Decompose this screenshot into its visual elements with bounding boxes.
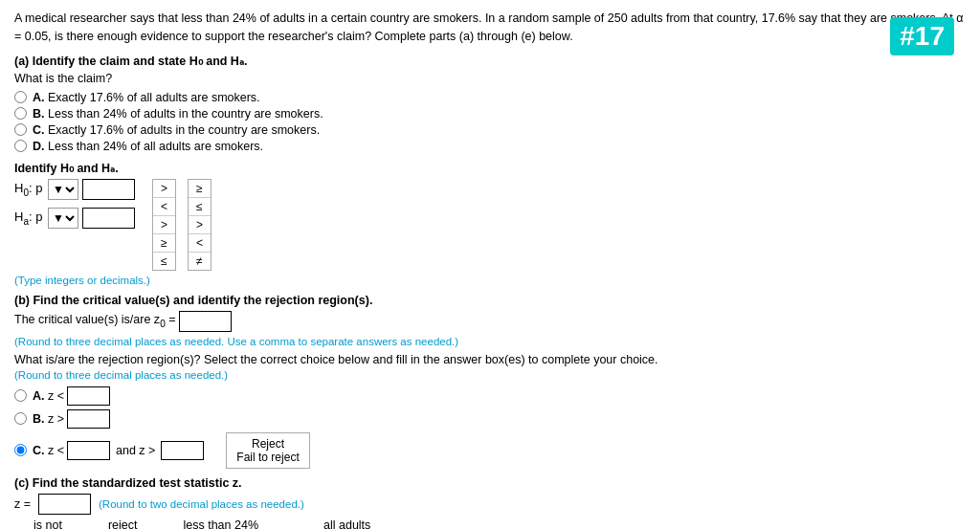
option-c: C. Exactly 17.6% of adults in the countr…: [14, 123, 966, 137]
problem-statement: A medical researcher says that less than…: [14, 10, 966, 46]
identify-hyp-label: Identify H₀ and Hₐ.: [14, 161, 966, 175]
rejection-b-input[interactable]: [67, 409, 110, 429]
ha-operator-select[interactable]: ▼ > < = ≥ ≤: [48, 208, 78, 229]
part-a-label: (a) Identify the claim and state H₀ and …: [14, 54, 966, 68]
rejection-c-radio[interactable]: [14, 444, 27, 456]
fail-to-reject-label: Fail to reject: [236, 451, 299, 464]
rejection-c-label: C. z <: [33, 444, 64, 457]
ha-value-input[interactable]: [82, 208, 135, 229]
option-a-radio[interactable]: [14, 91, 27, 103]
z-value-input[interactable]: [38, 494, 91, 515]
all-adults-annotation: all adults: [323, 518, 370, 530]
reject-label: Reject: [236, 437, 299, 451]
option-d-label: D. Less than 24% of all adults are smoke…: [33, 140, 263, 153]
rejection-c-and: and z >: [116, 444, 155, 457]
h0-operator-select[interactable]: ▼ > < = ≥ ≤: [48, 179, 78, 200]
rejection-c-input1[interactable]: [67, 441, 110, 460]
is-not-label-annotation: is not: [33, 518, 62, 530]
rejection-a-input[interactable]: [67, 386, 110, 406]
rejection-question: What is/are the rejection region(s)? Sel…: [14, 353, 966, 366]
reject-box: Reject Fail to reject: [226, 432, 309, 469]
h0-value-input[interactable]: [82, 179, 135, 200]
option-d: D. Less than 24% of all adults are smoke…: [14, 140, 966, 153]
option-a: A. Exactly 17.6% of all adults are smoke…: [14, 91, 966, 104]
part-c-label: (c) Find the standardized test statistic…: [14, 476, 966, 490]
rejection-b-label: B. z >: [33, 412, 64, 426]
rejection-option-b: B. z >: [14, 409, 966, 429]
less-than-annotation: less than 24%: [183, 518, 258, 530]
critical-value-text: The critical value(s) is/are z0 =: [14, 313, 175, 329]
ha-row: Ha: p ▼ > < = ≥ ≤: [14, 208, 135, 229]
option-d-radio[interactable]: [14, 140, 27, 152]
rejection-b-radio[interactable]: [14, 412, 27, 425]
rejection-a-radio[interactable]: [14, 389, 27, 402]
option-b: B. Less than 24% of adults in the countr…: [14, 107, 966, 121]
part-c-formula-row: z = (Round to two decimal places as need…: [14, 494, 966, 515]
rejection-hint: (Round to three decimal places as needed…: [14, 369, 966, 381]
part-b-label: (b) Find the critical value(s) and ident…: [14, 294, 966, 307]
option-b-label: B. Less than 24% of adults in the countr…: [33, 107, 323, 121]
problem-badge: #17: [890, 17, 954, 55]
ha-label: Ha: p: [14, 209, 48, 227]
rejection-c-input2[interactable]: [161, 441, 204, 460]
type-hint: (Type integers or decimals.): [14, 275, 966, 286]
part-c-hint: (Round to two decimal places as needed.): [99, 498, 304, 510]
reject-annotation: reject: [108, 518, 138, 530]
critical-value-input[interactable]: [179, 311, 232, 332]
h0-label: H0: p: [14, 181, 48, 198]
critical-hint: (Round to three decimal places as needed…: [14, 336, 966, 347]
claim-question: What is the claim?: [14, 72, 966, 85]
option-c-radio[interactable]: [14, 123, 27, 136]
z-formula-label: z =: [14, 497, 31, 511]
rejection-a-label: A. z <: [33, 389, 64, 403]
option-b-radio[interactable]: [14, 107, 27, 120]
rejection-option-c: C. z < and z > Reject Fail to reject: [14, 432, 966, 469]
rejection-option-a: A. z <: [14, 386, 966, 406]
option-c-label: C. Exactly 17.6% of adults in the countr…: [33, 123, 320, 137]
h0-row: H0: p ▼ > < = ≥ ≤: [14, 179, 135, 200]
option-a-label: A. Exactly 17.6% of all adults are smoke…: [33, 91, 260, 104]
